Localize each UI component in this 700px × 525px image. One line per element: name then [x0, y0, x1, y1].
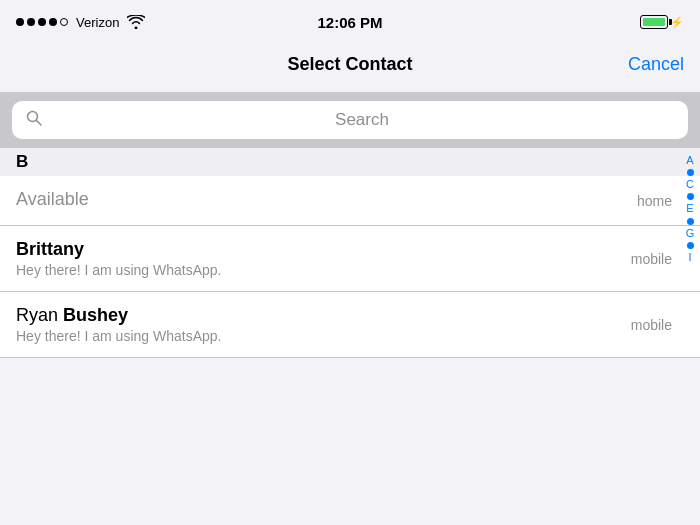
contact-info-available: Available: [16, 189, 637, 212]
index-item-e[interactable]: E: [686, 202, 693, 215]
contact-row-available[interactable]: Available home: [0, 176, 700, 226]
index-dot-a: [687, 169, 694, 176]
battery-icon: [640, 15, 668, 29]
status-time: 12:06 PM: [317, 14, 382, 31]
index-item-a[interactable]: A: [686, 154, 693, 167]
battery-fill: [643, 18, 665, 26]
section-header-b-label: B: [16, 152, 28, 172]
svg-line-1: [37, 121, 42, 126]
contact-info-ryan-bushey: Ryan Bushey Hey there! I am using WhatsA…: [16, 305, 631, 344]
battery: ⚡: [640, 15, 684, 29]
nav-bar: Select Contact Cancel: [0, 40, 700, 92]
contact-name-available: Available: [16, 189, 637, 210]
contact-name-ryan-bushey: Ryan Bushey: [16, 305, 631, 326]
index-item-i[interactable]: I: [688, 251, 691, 264]
index-dot-e: [687, 218, 694, 225]
signal-dot-5: [60, 18, 68, 26]
charging-bolt: ⚡: [670, 16, 684, 29]
section-header-b: B: [0, 148, 700, 176]
contact-status-ryan-bushey: Hey there! I am using WhatsApp.: [16, 328, 631, 344]
contacts-list: B Available home Brittany Hey there! I a…: [0, 148, 700, 358]
carrier-label: Verizon: [76, 15, 119, 30]
search-placeholder: Search: [50, 110, 674, 130]
status-bar: Verizon 12:06 PM ⚡: [0, 0, 700, 40]
contact-phone-type-ryan-bushey: mobile: [631, 317, 672, 333]
search-icon: [26, 110, 42, 130]
nav-title: Select Contact: [287, 54, 412, 75]
status-right: ⚡: [640, 15, 684, 29]
contact-name-brittany: Brittany: [16, 239, 631, 260]
index-item-g[interactable]: G: [686, 227, 695, 240]
status-left: Verizon: [16, 15, 145, 30]
cancel-button[interactable]: Cancel: [628, 54, 684, 75]
signal-strength: [16, 18, 68, 26]
index-item-c[interactable]: C: [686, 178, 694, 191]
signal-dot-4: [49, 18, 57, 26]
contact-phone-type-brittany: mobile: [631, 251, 672, 267]
index-dot-g: [687, 242, 694, 249]
index-sidebar: A C E G I: [680, 148, 700, 525]
signal-dot-1: [16, 18, 24, 26]
contact-info-brittany: Brittany Hey there! I am using WhatsApp.: [16, 239, 631, 278]
contact-phone-type-available: home: [637, 193, 672, 209]
contact-row-ryan-bushey[interactable]: Ryan Bushey Hey there! I am using WhatsA…: [0, 292, 700, 358]
signal-dot-2: [27, 18, 35, 26]
search-area: Search: [0, 92, 700, 148]
contact-row-brittany[interactable]: Brittany Hey there! I am using WhatsApp.…: [0, 226, 700, 292]
wifi-icon: [127, 15, 145, 29]
search-box[interactable]: Search: [12, 101, 688, 139]
index-dot-c: [687, 193, 694, 200]
contact-status-brittany: Hey there! I am using WhatsApp.: [16, 262, 631, 278]
signal-dot-3: [38, 18, 46, 26]
